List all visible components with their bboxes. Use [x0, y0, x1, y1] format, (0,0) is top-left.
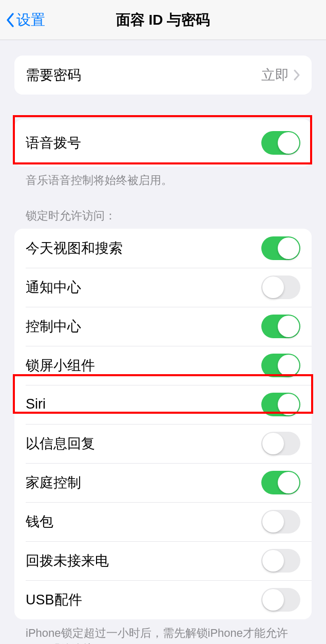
lockscreen-widgets-row: 锁屏小组件 — [14, 346, 312, 385]
voice-dial-row: 语音拨号 — [14, 119, 312, 167]
reply-with-message-toggle[interactable] — [261, 432, 300, 455]
reply-with-message-label: 以信息回复 — [26, 434, 95, 453]
today-view-label: 今天视图和搜索 — [26, 239, 123, 257]
today-view-row: 今天视图和搜索 — [14, 229, 312, 268]
home-control-label: 家庭控制 — [26, 473, 81, 492]
home-control-toggle[interactable] — [261, 471, 300, 494]
return-missed-calls-row: 回拨未接来电 — [14, 541, 312, 580]
voice-dial-toggle[interactable] — [261, 131, 300, 155]
wallet-toggle[interactable] — [261, 510, 300, 533]
back-label: 设置 — [16, 10, 45, 30]
require-passcode-row[interactable]: 需要密码 立即 — [14, 56, 312, 95]
home-control-row: 家庭控制 — [14, 463, 312, 502]
lockscreen-widgets-label: 锁屏小组件 — [26, 356, 95, 375]
locked-access-footer: iPhone锁定超过一小时后，需先解锁iPhone才能允许USB配件连接。 — [14, 619, 312, 644]
voice-dial-label: 语音拨号 — [26, 134, 81, 152]
voice-dial-group: 语音拨号 — [14, 119, 312, 167]
siri-toggle[interactable] — [261, 393, 300, 416]
notification-center-row: 通知中心 — [14, 268, 312, 307]
locked-access-group: 今天视图和搜索通知中心控制中心锁屏小组件Siri以信息回复家庭控制钱包回拨未接来… — [14, 229, 312, 619]
notification-center-toggle[interactable] — [261, 275, 300, 299]
siri-label: Siri — [26, 396, 46, 412]
locked-access-header: 锁定时允许访问： — [14, 208, 312, 229]
control-center-label: 控制中心 — [26, 317, 81, 336]
passcode-group: 需要密码 立即 — [14, 56, 312, 95]
navigation-header: 设置 面容 ID 与密码 — [0, 0, 326, 40]
usb-accessories-row: USB配件 — [14, 580, 312, 619]
voice-dial-footer: 音乐语音控制将始终被启用。 — [14, 167, 312, 189]
return-missed-calls-toggle[interactable] — [261, 549, 300, 573]
wallet-label: 钱包 — [26, 512, 53, 531]
lockscreen-widgets-toggle[interactable] — [261, 354, 300, 377]
siri-row: Siri — [14, 385, 312, 424]
usb-accessories-toggle[interactable] — [261, 588, 300, 612]
notification-center-label: 通知中心 — [26, 278, 81, 297]
return-missed-calls-label: 回拨未接来电 — [26, 551, 109, 570]
chevron-left-icon — [5, 12, 15, 28]
reply-with-message-row: 以信息回复 — [14, 424, 312, 463]
today-view-toggle[interactable] — [261, 236, 300, 260]
back-button[interactable]: 设置 — [5, 10, 45, 30]
wallet-row: 钱包 — [14, 502, 312, 541]
require-passcode-label: 需要密码 — [26, 66, 81, 84]
usb-accessories-label: USB配件 — [26, 591, 82, 609]
chevron-right-icon — [293, 69, 300, 81]
control-center-toggle[interactable] — [261, 315, 300, 338]
require-passcode-value: 立即 — [261, 66, 289, 84]
page-title: 面容 ID 与密码 — [116, 10, 210, 30]
control-center-row: 控制中心 — [14, 307, 312, 346]
